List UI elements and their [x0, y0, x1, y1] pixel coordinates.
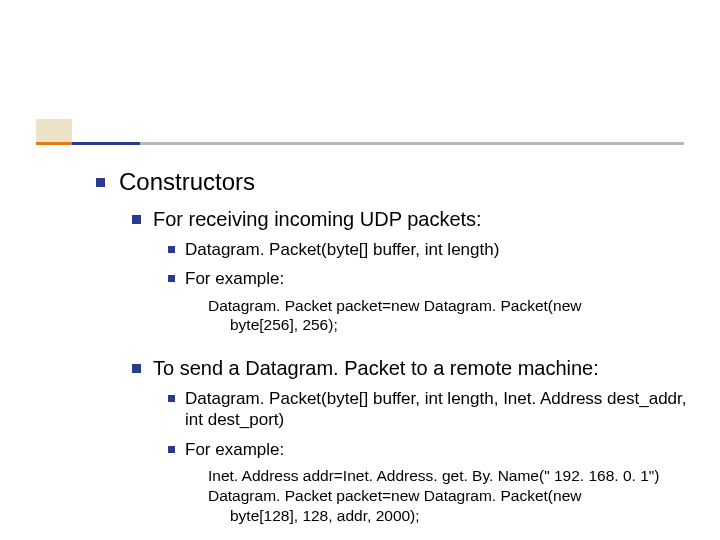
item-text: Datagram. Packet(byte[] buffer, int leng…	[185, 388, 696, 431]
heading-row: Constructors	[96, 168, 696, 196]
subheading-row: To send a Datagram. Packet to a remote m…	[132, 357, 696, 380]
code-line: byte[256], 256);	[230, 315, 696, 335]
bullet-icon	[96, 178, 105, 187]
item-text: For example:	[185, 268, 284, 289]
bullet-icon	[168, 446, 175, 453]
item-row: Datagram. Packet(byte[] buffer, int leng…	[168, 239, 696, 260]
bullet-icon	[132, 215, 141, 224]
code-block: Datagram. Packet packet=new Datagram. Pa…	[208, 296, 696, 336]
header-gray-segment	[140, 142, 684, 145]
code-line: Datagram. Packet packet=new Datagram. Pa…	[208, 486, 696, 506]
slide-content: Constructors For receiving incoming UDP …	[96, 168, 696, 525]
bullet-icon	[168, 395, 175, 402]
subheading-text: To send a Datagram. Packet to a remote m…	[153, 357, 599, 380]
bullet-icon	[168, 246, 175, 253]
code-block: Inet. Address addr=Inet. Address. get. B…	[208, 466, 696, 525]
subheading-row: For receiving incoming UDP packets:	[132, 208, 696, 231]
code-line: Datagram. Packet packet=new Datagram. Pa…	[208, 296, 696, 316]
header-accent-box	[36, 119, 72, 142]
header-blue-segment	[72, 142, 140, 145]
item-row: For example:	[168, 268, 696, 289]
item-row: Datagram. Packet(byte[] buffer, int leng…	[168, 388, 696, 431]
item-text: Datagram. Packet(byte[] buffer, int leng…	[185, 239, 499, 260]
heading-text: Constructors	[119, 168, 255, 196]
header-divider	[36, 142, 684, 145]
code-line: byte[128], 128, addr, 2000);	[230, 506, 696, 526]
item-row: For example:	[168, 439, 696, 460]
header-gap	[72, 119, 78, 142]
header-orange-segment	[36, 142, 72, 145]
bullet-icon	[168, 275, 175, 282]
slide: Constructors For receiving incoming UDP …	[0, 0, 720, 540]
item-text: For example:	[185, 439, 284, 460]
code-line: Inet. Address addr=Inet. Address. get. B…	[208, 466, 696, 486]
bullet-icon	[132, 364, 141, 373]
subheading-text: For receiving incoming UDP packets:	[153, 208, 482, 231]
